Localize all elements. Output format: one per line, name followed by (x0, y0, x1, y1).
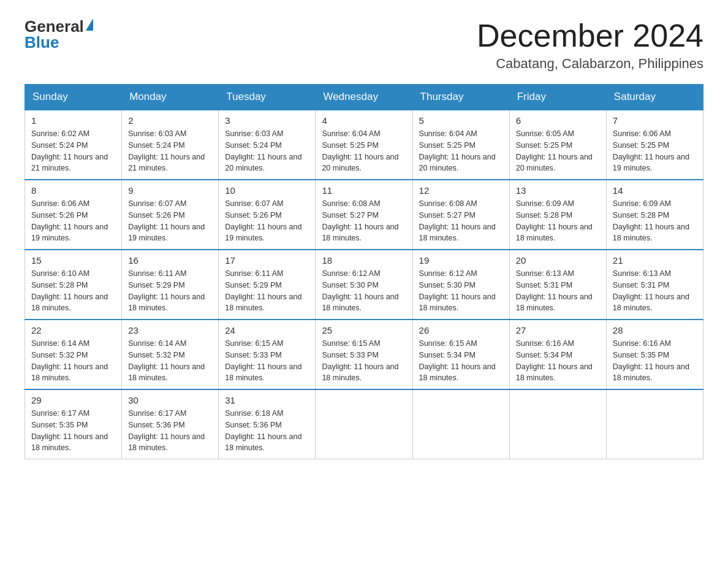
day-info: Sunrise: 6:06 AMSunset: 5:25 PMDaylight:… (613, 128, 697, 174)
day-info: Sunrise: 6:08 AMSunset: 5:27 PMDaylight:… (419, 198, 503, 244)
weekday-header-tuesday: Tuesday (219, 85, 316, 110)
day-info: Sunrise: 6:13 AMSunset: 5:31 PMDaylight:… (516, 268, 600, 314)
day-number: 16 (128, 255, 212, 266)
calendar-table: SundayMondayTuesdayWednesdayThursdayFrid… (25, 84, 703, 459)
day-info: Sunrise: 6:16 AMSunset: 5:35 PMDaylight:… (613, 338, 697, 384)
calendar-cell: 19Sunrise: 6:12 AMSunset: 5:30 PMDayligh… (412, 250, 509, 320)
calendar-cell: 22Sunrise: 6:14 AMSunset: 5:32 PMDayligh… (25, 320, 122, 389)
day-info: Sunrise: 6:17 AMSunset: 5:36 PMDaylight:… (128, 408, 212, 454)
day-info: Sunrise: 6:05 AMSunset: 5:25 PMDaylight:… (516, 128, 600, 174)
day-number: 17 (225, 255, 309, 266)
day-number: 27 (516, 325, 600, 335)
weekday-header-row: SundayMondayTuesdayWednesdayThursdayFrid… (25, 85, 703, 110)
day-number: 5 (419, 115, 503, 126)
day-info: Sunrise: 6:07 AMSunset: 5:26 PMDaylight:… (225, 198, 309, 244)
day-info: Sunrise: 6:10 AMSunset: 5:28 PMDaylight:… (31, 268, 115, 314)
day-number: 19 (419, 255, 503, 266)
calendar-cell: 23Sunrise: 6:14 AMSunset: 5:32 PMDayligh… (122, 320, 219, 389)
logo: General Blue (25, 18, 93, 50)
calendar-cell (412, 389, 509, 459)
title-block: December 2024 Cabatang, Calabarzon, Phil… (477, 18, 703, 72)
calendar-cell (509, 389, 606, 459)
day-number: 8 (31, 185, 115, 196)
calendar-cell: 10Sunrise: 6:07 AMSunset: 5:26 PMDayligh… (219, 180, 316, 250)
calendar-cell: 24Sunrise: 6:15 AMSunset: 5:33 PMDayligh… (219, 320, 316, 389)
calendar-week-4: 22Sunrise: 6:14 AMSunset: 5:32 PMDayligh… (25, 320, 703, 389)
calendar-cell: 28Sunrise: 6:16 AMSunset: 5:35 PMDayligh… (606, 320, 703, 389)
day-info: Sunrise: 6:18 AMSunset: 5:36 PMDaylight:… (225, 408, 309, 454)
calendar-cell: 7Sunrise: 6:06 AMSunset: 5:25 PMDaylight… (606, 110, 703, 180)
calendar-cell (606, 389, 703, 459)
calendar-cell: 31Sunrise: 6:18 AMSunset: 5:36 PMDayligh… (219, 389, 316, 459)
calendar-cell: 5Sunrise: 6:04 AMSunset: 5:25 PMDaylight… (412, 110, 509, 180)
calendar-cell: 29Sunrise: 6:17 AMSunset: 5:35 PMDayligh… (25, 389, 122, 459)
day-number: 15 (31, 255, 115, 266)
calendar-cell: 9Sunrise: 6:07 AMSunset: 5:26 PMDaylight… (122, 180, 219, 250)
calendar-cell: 4Sunrise: 6:04 AMSunset: 5:25 PMDaylight… (316, 110, 412, 180)
day-number: 13 (516, 185, 600, 196)
day-number: 7 (613, 115, 697, 126)
day-number: 2 (128, 115, 212, 126)
calendar-cell: 18Sunrise: 6:12 AMSunset: 5:30 PMDayligh… (316, 250, 412, 320)
page-header: General Blue December 2024 Cabatang, Cal… (25, 18, 703, 72)
day-info: Sunrise: 6:04 AMSunset: 5:25 PMDaylight:… (322, 128, 406, 174)
day-info: Sunrise: 6:03 AMSunset: 5:24 PMDaylight:… (128, 128, 212, 174)
day-info: Sunrise: 6:09 AMSunset: 5:28 PMDaylight:… (613, 198, 697, 244)
day-info: Sunrise: 6:12 AMSunset: 5:30 PMDaylight:… (419, 268, 503, 314)
calendar-cell: 25Sunrise: 6:15 AMSunset: 5:33 PMDayligh… (316, 320, 412, 389)
day-info: Sunrise: 6:12 AMSunset: 5:30 PMDaylight:… (322, 268, 406, 314)
day-info: Sunrise: 6:11 AMSunset: 5:29 PMDaylight:… (128, 268, 212, 314)
day-info: Sunrise: 6:11 AMSunset: 5:29 PMDaylight:… (225, 268, 309, 314)
calendar-cell: 20Sunrise: 6:13 AMSunset: 5:31 PMDayligh… (509, 250, 606, 320)
day-number: 31 (225, 395, 309, 405)
weekday-header-wednesday: Wednesday (316, 85, 412, 110)
day-info: Sunrise: 6:07 AMSunset: 5:26 PMDaylight:… (128, 198, 212, 244)
day-info: Sunrise: 6:15 AMSunset: 5:34 PMDaylight:… (419, 338, 503, 384)
day-number: 30 (128, 395, 212, 405)
day-number: 9 (128, 185, 212, 196)
calendar-week-2: 8Sunrise: 6:06 AMSunset: 5:26 PMDaylight… (25, 180, 703, 250)
calendar-cell: 27Sunrise: 6:16 AMSunset: 5:34 PMDayligh… (509, 320, 606, 389)
weekday-header-thursday: Thursday (412, 85, 509, 110)
calendar-cell: 15Sunrise: 6:10 AMSunset: 5:28 PMDayligh… (25, 250, 122, 320)
day-number: 28 (613, 325, 697, 335)
day-number: 26 (419, 325, 503, 335)
location-subtitle: Cabatang, Calabarzon, Philippines (477, 56, 703, 72)
day-info: Sunrise: 6:17 AMSunset: 5:35 PMDaylight:… (31, 408, 115, 454)
day-number: 3 (225, 115, 309, 126)
day-number: 10 (225, 185, 309, 196)
day-info: Sunrise: 6:15 AMSunset: 5:33 PMDaylight:… (322, 338, 406, 384)
calendar-cell: 30Sunrise: 6:17 AMSunset: 5:36 PMDayligh… (122, 389, 219, 459)
calendar-week-5: 29Sunrise: 6:17 AMSunset: 5:35 PMDayligh… (25, 389, 703, 459)
calendar-cell: 26Sunrise: 6:15 AMSunset: 5:34 PMDayligh… (412, 320, 509, 389)
day-number: 6 (516, 115, 600, 126)
day-info: Sunrise: 6:15 AMSunset: 5:33 PMDaylight:… (225, 338, 309, 384)
calendar-cell: 21Sunrise: 6:13 AMSunset: 5:31 PMDayligh… (606, 250, 703, 320)
weekday-header-saturday: Saturday (606, 85, 703, 110)
day-info: Sunrise: 6:13 AMSunset: 5:31 PMDaylight:… (613, 268, 697, 314)
calendar-week-3: 15Sunrise: 6:10 AMSunset: 5:28 PMDayligh… (25, 250, 703, 320)
calendar-cell: 13Sunrise: 6:09 AMSunset: 5:28 PMDayligh… (509, 180, 606, 250)
day-info: Sunrise: 6:09 AMSunset: 5:28 PMDaylight:… (516, 198, 600, 244)
calendar-cell: 3Sunrise: 6:03 AMSunset: 5:24 PMDaylight… (219, 110, 316, 180)
calendar-cell: 14Sunrise: 6:09 AMSunset: 5:28 PMDayligh… (606, 180, 703, 250)
calendar-cell: 11Sunrise: 6:08 AMSunset: 5:27 PMDayligh… (316, 180, 412, 250)
day-number: 29 (31, 395, 115, 405)
day-info: Sunrise: 6:08 AMSunset: 5:27 PMDaylight:… (322, 198, 406, 244)
weekday-header-friday: Friday (509, 85, 606, 110)
day-number: 21 (613, 255, 697, 266)
day-info: Sunrise: 6:16 AMSunset: 5:34 PMDaylight:… (516, 338, 600, 384)
calendar-cell: 6Sunrise: 6:05 AMSunset: 5:25 PMDaylight… (509, 110, 606, 180)
calendar-week-1: 1Sunrise: 6:02 AMSunset: 5:24 PMDaylight… (25, 110, 703, 180)
day-info: Sunrise: 6:02 AMSunset: 5:24 PMDaylight:… (31, 128, 115, 174)
day-number: 11 (322, 185, 406, 196)
month-year-title: December 2024 (477, 18, 703, 53)
calendar-cell: 2Sunrise: 6:03 AMSunset: 5:24 PMDaylight… (122, 110, 219, 180)
day-info: Sunrise: 6:14 AMSunset: 5:32 PMDaylight:… (31, 338, 115, 384)
day-number: 4 (322, 115, 406, 126)
day-number: 14 (613, 185, 697, 196)
weekday-header-sunday: Sunday (25, 85, 122, 110)
day-number: 20 (516, 255, 600, 266)
day-info: Sunrise: 6:14 AMSunset: 5:32 PMDaylight:… (128, 338, 212, 384)
day-info: Sunrise: 6:04 AMSunset: 5:25 PMDaylight:… (419, 128, 503, 174)
